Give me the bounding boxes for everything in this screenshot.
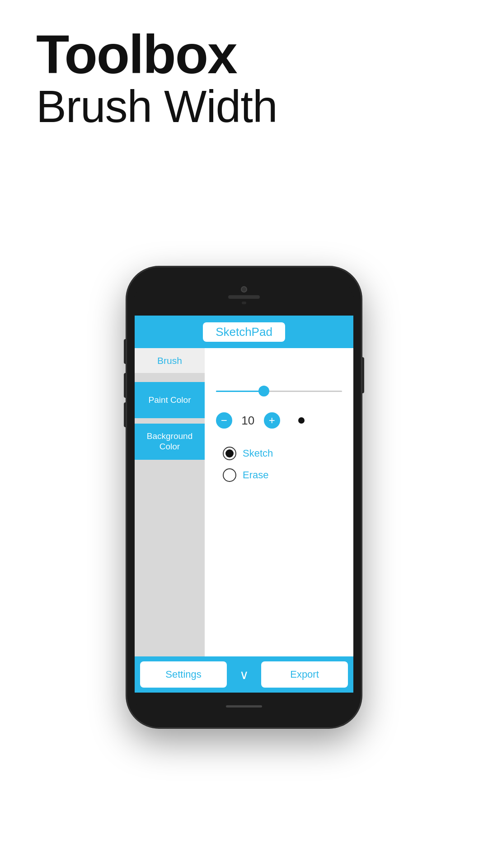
- background-color-label: BackgroundColor: [147, 431, 192, 452]
- sketch-radio-label: Sketch: [243, 448, 273, 459]
- settings-label: Settings: [165, 669, 202, 680]
- value-controls: − 10 +: [216, 412, 343, 429]
- paint-color-label: Paint Color: [149, 395, 191, 406]
- chevron-down-icon: ∨: [239, 667, 249, 682]
- slider-fill: [216, 391, 264, 392]
- app-bar: SketchPad: [135, 316, 353, 348]
- paint-color-button[interactable]: Paint Color: [135, 382, 205, 418]
- speaker-icon: [228, 295, 260, 299]
- sketch-radio-inner: [225, 449, 234, 458]
- sensor-icon: [242, 302, 246, 304]
- phone-bottom-bezel: [135, 693, 353, 720]
- phone-wrapper: SketchPad Brush Paint Color: [127, 145, 361, 868]
- erase-radio-outer: [223, 468, 236, 482]
- camera-icon: [241, 286, 247, 292]
- app-content: Brush Paint Color BackgroundColor: [135, 348, 353, 656]
- phone-outer: SketchPad Brush Paint Color: [127, 267, 361, 728]
- sketch-radio-item[interactable]: Sketch: [223, 447, 273, 460]
- slider-thumb[interactable]: [258, 386, 269, 396]
- app-bar-title-box: SketchPad: [203, 322, 285, 342]
- main-panel: − 10 +: [205, 348, 353, 656]
- home-indicator: [226, 705, 262, 708]
- app-bar-title: SketchPad: [216, 325, 272, 339]
- erase-radio-item[interactable]: Erase: [223, 468, 273, 482]
- sidebar-item-brush[interactable]: Brush: [135, 348, 205, 373]
- page-title: Toolbox: [36, 27, 452, 81]
- page-header: Toolbox Brush Width: [0, 0, 488, 145]
- sidebar-brush-label: Brush: [157, 355, 182, 366]
- slider-track: [216, 391, 343, 392]
- decrement-button[interactable]: −: [216, 412, 232, 429]
- plus-icon: +: [269, 415, 275, 426]
- brush-width-slider[interactable]: [216, 384, 343, 398]
- export-label: Export: [290, 669, 319, 680]
- phone-top-bezel: [135, 275, 353, 316]
- bottom-bar: Settings ∨ Export: [135, 656, 353, 693]
- brush-preview-dot: [298, 417, 305, 424]
- page-subtitle: Brush Width: [36, 81, 452, 131]
- mode-radio-group: Sketch Erase: [223, 447, 273, 482]
- sidebar: Brush Paint Color BackgroundColor: [135, 348, 205, 656]
- brush-value-display: 10: [241, 414, 255, 428]
- phone-screen: SketchPad Brush Paint Color: [135, 316, 353, 693]
- erase-radio-label: Erase: [243, 469, 268, 481]
- minus-icon: −: [221, 415, 227, 426]
- background-color-button[interactable]: BackgroundColor: [135, 424, 205, 460]
- phone-inner: SketchPad Brush Paint Color: [135, 275, 353, 720]
- settings-button[interactable]: Settings: [140, 661, 227, 688]
- sketch-radio-outer: [223, 447, 236, 460]
- chevron-button[interactable]: ∨: [230, 661, 258, 688]
- increment-button[interactable]: +: [264, 412, 280, 429]
- sidebar-spacer: [135, 373, 205, 382]
- export-button[interactable]: Export: [261, 661, 348, 688]
